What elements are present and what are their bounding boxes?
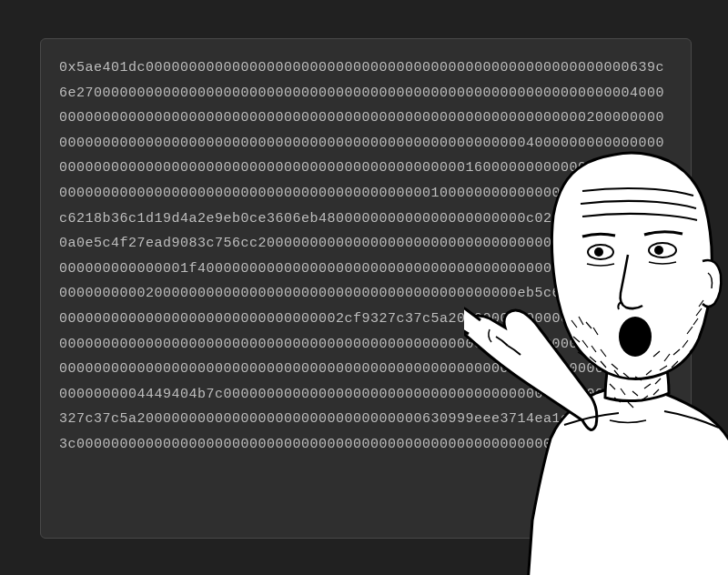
hex-dump-panel: 0x5ae401dc000000000000000000000000000000…	[40, 38, 692, 539]
hex-content: 0x5ae401dc000000000000000000000000000000…	[59, 55, 672, 458]
